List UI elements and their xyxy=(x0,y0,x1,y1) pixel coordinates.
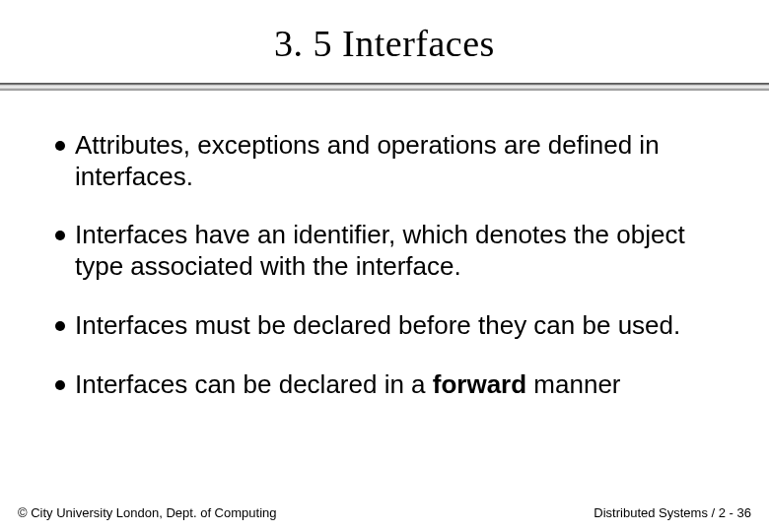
bullet-text: Interfaces can be declared in a forward … xyxy=(75,369,621,401)
bullet-icon xyxy=(55,380,65,390)
bullet-icon xyxy=(55,321,65,331)
title-area: 3. 5 Interfaces xyxy=(0,0,769,65)
bullet-text: Interfaces have an identifier, which den… xyxy=(75,220,724,282)
slide: { "title": "3. 5 Interfaces", "bullets":… xyxy=(0,0,769,532)
footer-right: Distributed Systems / 2 - 36 xyxy=(594,505,751,520)
list-item: Interfaces can be declared in a forward … xyxy=(55,369,724,401)
bullet-icon xyxy=(55,141,65,151)
bullet-text: Attributes, exceptions and operations ar… xyxy=(75,130,724,192)
list-item: Attributes, exceptions and operations ar… xyxy=(55,130,724,192)
bullet-text-post: manner xyxy=(526,369,620,399)
slide-title: 3. 5 Interfaces xyxy=(0,22,769,65)
bullet-text-pre: Interfaces can be declared in a xyxy=(75,369,433,399)
slide-body: Attributes, exceptions and operations ar… xyxy=(0,91,769,400)
bullet-icon xyxy=(55,231,65,240)
bullet-text-bold: forward xyxy=(433,369,526,399)
horizontal-rule xyxy=(0,83,769,91)
list-item: Interfaces must be declared before they … xyxy=(55,310,724,342)
list-item: Interfaces have an identifier, which den… xyxy=(55,220,724,282)
footer-left: © City University London, Dept. of Compu… xyxy=(18,505,276,520)
slide-footer: © City University London, Dept. of Compu… xyxy=(0,505,769,520)
bullet-text: Interfaces must be declared before they … xyxy=(75,310,680,342)
